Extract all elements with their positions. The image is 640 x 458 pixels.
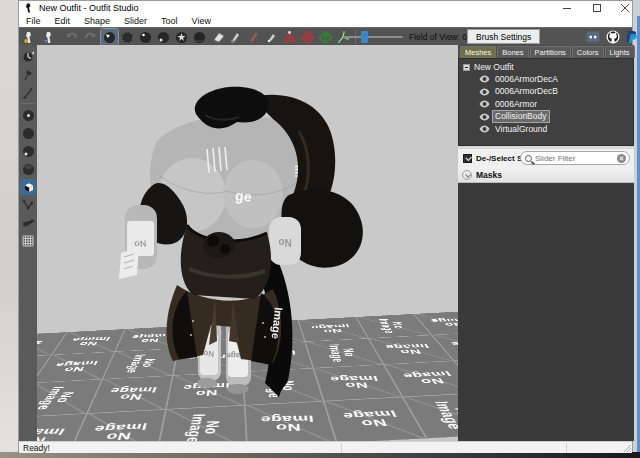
pose-icon[interactable] — [20, 49, 36, 65]
tab-meshes[interactable]: Meshes — [460, 46, 496, 58]
smooth-brush-icon[interactable] — [173, 29, 190, 45]
redo-icon[interactable] — [81, 29, 98, 45]
lefttools-separator — [21, 103, 35, 104]
texture-fragment: No — [133, 238, 146, 249]
search-icon — [525, 155, 532, 162]
github-icon[interactable] — [605, 29, 621, 45]
texture-fragment: No — [278, 237, 291, 248]
move-brush-icon[interactable] — [155, 29, 172, 45]
menu-view[interactable]: View — [185, 15, 218, 27]
deflate-brush-icon[interactable] — [137, 29, 154, 45]
needle-icon[interactable] — [20, 85, 36, 101]
tab-partitions[interactable]: Partitions — [530, 46, 571, 58]
texture-fragment: ge — [235, 187, 253, 205]
slider-list-area[interactable] — [458, 183, 634, 441]
connected-icon[interactable] — [317, 29, 334, 45]
undo-icon[interactable] — [63, 29, 80, 45]
desktop: New Outfit - Outfit Studio File Edit Sha… — [0, 0, 640, 458]
tab-bones[interactable]: Bones — [497, 46, 528, 58]
pin-icon[interactable] — [20, 67, 36, 83]
minimize-button[interactable] — [555, 1, 579, 15]
menu-slider[interactable]: Slider — [117, 15, 154, 27]
inflate-brush-icon[interactable] — [119, 29, 136, 45]
tree-item-armordecb[interactable]: 0006ArmorDecB — [459, 86, 633, 99]
brush-solid-icon[interactable] — [20, 125, 36, 141]
undiff-brush-icon[interactable] — [191, 29, 208, 45]
alpha-brush-icon[interactable] — [263, 29, 280, 45]
chevron-down-icon[interactable] — [462, 170, 472, 180]
eye-icon[interactable] — [479, 125, 490, 133]
vertex-edit-icon[interactable] — [20, 197, 36, 213]
masks-section-header[interactable]: Masks — [458, 167, 634, 183]
tree-root-new-outfit[interactable]: New Outfit — [459, 61, 633, 73]
menubar: File Edit Shape Slider Tool View — [19, 15, 632, 27]
tree-item-armor[interactable]: 0006Armor — [459, 98, 633, 111]
brush-falloff-icon[interactable] — [20, 107, 36, 123]
tab-lights[interactable]: Lights — [605, 46, 635, 58]
brush-offset-icon[interactable] — [20, 143, 36, 159]
load-project-icon[interactable] — [21, 29, 38, 45]
collision-vertex-icon[interactable] — [281, 29, 298, 45]
statusbar: Ready! — [19, 441, 632, 453]
tree-item-armordeca[interactable]: 0006ArmorDecA — [459, 73, 633, 86]
desktop-right-strip — [633, 0, 640, 452]
tree-item-collisionbody[interactable]: CollisionBody — [459, 111, 633, 124]
status-separator — [341, 443, 342, 453]
panel-tabs: Meshes Bones Partitions Colors Lights — [458, 45, 634, 58]
field-of-view-label: Field of View: 65 — [409, 32, 472, 42]
mask-brush-icon[interactable] — [101, 29, 118, 45]
deselect-sliders-checkbox[interactable] — [463, 154, 472, 163]
slider-filter-input[interactable] — [535, 154, 617, 163]
fov-slider-thumb[interactable] — [361, 31, 368, 43]
brush-settings-button[interactable]: Brush Settings — [467, 29, 540, 44]
texture-fragment: No — [203, 349, 214, 359]
window-title: New Outfit - Outfit Studio — [39, 3, 139, 13]
weight-brush-icon[interactable] — [227, 29, 244, 45]
tab-colors[interactable]: Colors — [572, 46, 604, 58]
color-brush-icon[interactable] — [245, 29, 262, 45]
titlebar[interactable]: New Outfit - Outfit Studio — [19, 1, 632, 15]
slider-filter-box — [520, 151, 630, 165]
eye-icon[interactable] — [479, 75, 490, 83]
bone-icon[interactable] — [20, 215, 36, 231]
maximize-button[interactable] — [585, 1, 609, 15]
save-project-icon[interactable] — [41, 29, 58, 45]
tree-item-virtualground[interactable]: VirtualGround — [459, 123, 633, 136]
mirror-icon[interactable] — [299, 29, 316, 45]
toolbar: Field of View: 65 Brush Settings — [19, 27, 632, 45]
outfit-studio-window: New Outfit - Outfit Studio File Edit Sha… — [18, 0, 633, 452]
status-separator — [566, 443, 567, 453]
menu-tool[interactable]: Tool — [154, 15, 185, 27]
eye-icon[interactable] — [479, 100, 490, 108]
xmirror-cube-icon[interactable] — [20, 179, 36, 195]
paypal-icon[interactable] — [623, 29, 639, 45]
eraser-icon[interactable] — [209, 29, 226, 45]
menu-shape[interactable]: Shape — [77, 15, 117, 27]
menu-edit[interactable]: Edit — [48, 15, 78, 27]
character-model: No Image Image ge ge Im — [37, 45, 458, 441]
mesh-tree: New Outfit 0006ArmorDecA 0006ArmorDecB 0… — [458, 58, 634, 146]
collapse-icon[interactable] — [463, 64, 470, 71]
menu-file[interactable]: File — [19, 15, 48, 27]
field-of-view-slider[interactable] — [343, 36, 403, 38]
eye-icon[interactable] — [479, 88, 490, 96]
grid-icon[interactable] — [20, 233, 36, 249]
viewport-3d[interactable]: No ImageNo ImageNo ImageNo ImageNo Image… — [37, 45, 458, 441]
app-icon — [24, 3, 34, 13]
slider-controls-bar: De-/Select Sliders — [458, 149, 634, 167]
eye-icon[interactable] — [479, 113, 490, 121]
close-button[interactable] — [613, 1, 637, 15]
masks-label: Masks — [476, 170, 502, 180]
status-text: Ready! — [23, 443, 50, 453]
right-panel: Meshes Bones Partitions Colors Lights Ne… — [458, 45, 634, 441]
clear-filter-icon[interactable] — [617, 154, 626, 163]
left-tool-column — [19, 45, 37, 441]
resize-grip[interactable] — [622, 443, 631, 452]
brush-half-icon[interactable] — [20, 161, 36, 177]
discord-icon[interactable] — [585, 29, 601, 45]
desktop-left-strip — [0, 0, 18, 452]
